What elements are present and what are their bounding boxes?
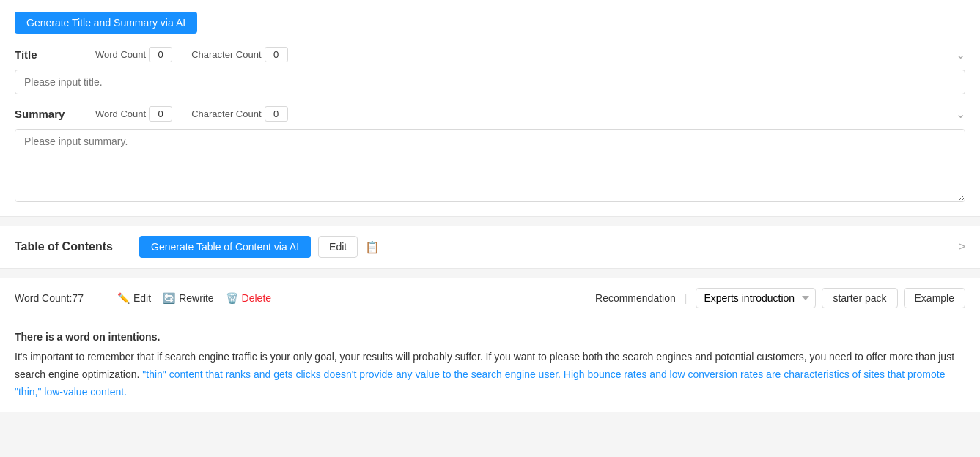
separator-1 xyxy=(0,217,980,226)
title-char-count-value: 0 xyxy=(265,47,288,62)
example-button[interactable]: Example xyxy=(904,288,965,308)
edit-label: Edit xyxy=(133,292,151,304)
title-field-row: Title Word Count 0 Character Count 0 ⌄ xyxy=(15,47,965,62)
delete-button[interactable]: 🗑️ Delete xyxy=(226,292,271,304)
generate-title-summary-button[interactable]: Generate Title and Summary via AI xyxy=(15,12,197,34)
title-char-count-group: Character Count 0 xyxy=(191,47,287,62)
content-text: It's important to remember that if searc… xyxy=(15,349,965,401)
summary-word-count-label: Word Count xyxy=(95,108,146,119)
summary-word-count-group: Word Count 0 xyxy=(95,106,172,122)
edit-icon: ✏️ xyxy=(117,292,130,304)
content-text-blue: "thin" content that ranks and gets click… xyxy=(15,368,945,398)
toc-chevron-icon[interactable]: > xyxy=(959,240,965,253)
rewrite-icon: 🔄 xyxy=(163,292,175,304)
summary-word-count-value: 0 xyxy=(149,106,172,122)
toc-edit-button[interactable]: Edit xyxy=(318,236,358,258)
delete-label: Delete xyxy=(242,292,271,304)
summary-char-count-label: Character Count xyxy=(191,108,261,119)
recommendation-label: Recommendation xyxy=(595,292,676,304)
content-heading: There is a word on intentions. xyxy=(15,331,965,343)
starter-pack-button[interactable]: starter pack xyxy=(822,288,897,308)
separator-2 xyxy=(0,269,980,278)
recommendation-pipe: | xyxy=(685,292,688,304)
summary-textarea[interactable] xyxy=(15,129,965,202)
word-count-label: Word Count: xyxy=(15,292,72,304)
rewrite-button[interactable]: 🔄 Rewrite xyxy=(163,292,213,304)
copy-icon[interactable]: 📋 xyxy=(365,240,380,254)
word-count-text: Word Count:77 xyxy=(15,292,103,304)
word-count-bar: Word Count:77 ✏️ Edit 🔄 Rewrite 🗑️ Delet… xyxy=(0,278,980,319)
action-group: ✏️ Edit 🔄 Rewrite 🗑️ Delete xyxy=(117,292,271,304)
title-input[interactable] xyxy=(15,70,965,94)
summary-chevron-icon[interactable]: ⌄ xyxy=(956,107,965,121)
recommendation-dropdown[interactable]: Experts introduction Beginners General xyxy=(696,288,816,308)
title-chevron-icon[interactable]: ⌄ xyxy=(956,48,965,62)
generate-toc-button[interactable]: Generate Table of Content via AI xyxy=(139,236,311,258)
summary-char-count-group: Character Count 0 xyxy=(191,106,287,122)
edit-button[interactable]: ✏️ Edit xyxy=(117,292,151,304)
title-char-count-label: Character Count xyxy=(191,49,261,60)
content-body: There is a word on intentions. It's impo… xyxy=(0,319,980,412)
toc-label: Table of Contents xyxy=(15,240,132,253)
title-word-count-group: Word Count 0 xyxy=(95,47,172,62)
rewrite-label: Rewrite xyxy=(179,292,213,304)
title-word-count-label: Word Count xyxy=(95,49,146,60)
summary-label: Summary xyxy=(15,108,88,120)
toc-section: Table of Contents Generate Table of Cont… xyxy=(0,226,980,269)
summary-char-count-value: 0 xyxy=(265,106,288,122)
word-count-value: 77 xyxy=(72,292,84,304)
title-label: Title xyxy=(15,48,88,61)
summary-field-row: Summary Word Count 0 Character Count 0 ⌄ xyxy=(15,106,965,122)
recommendation-group: Recommendation | Experts introduction Be… xyxy=(595,288,965,308)
title-word-count-value: 0 xyxy=(149,47,172,62)
delete-icon: 🗑️ xyxy=(226,292,238,304)
